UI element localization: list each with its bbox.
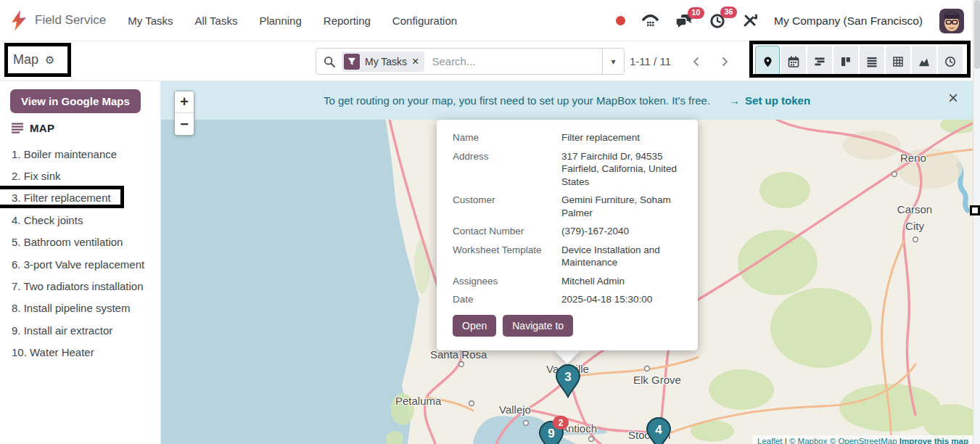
popup-field-value: Device Installation and Maintenance bbox=[561, 244, 682, 269]
task-item-7[interactable]: 7. Two radiators installation bbox=[12, 275, 144, 297]
city-label-petaluma: Petaluma bbox=[395, 395, 441, 407]
popup-field-label: Customer bbox=[453, 194, 561, 219]
map-marker-3[interactable]: 3 bbox=[553, 362, 582, 400]
activities-clock-icon[interactable]: 36 bbox=[709, 13, 725, 29]
map-attribution: Leaflet | © Mapbox © OpenStreetMap Impro… bbox=[753, 435, 973, 444]
city-label-vallejo: Vallejo bbox=[499, 403, 531, 416]
task-item-6[interactable]: 6. 3-port Valve replacement bbox=[12, 253, 144, 275]
view-switch-calendar[interactable] bbox=[781, 46, 806, 77]
popup-field-value: Mitchell Admin bbox=[561, 275, 682, 288]
filter-chip-my-tasks[interactable]: My Tasks × bbox=[342, 52, 424, 72]
map-marker-4[interactable]: 4 bbox=[644, 415, 673, 444]
view-switch-pivot[interactable] bbox=[886, 46, 910, 77]
improve-map-link[interactable]: Improve this map bbox=[899, 437, 968, 444]
zoom-out-button[interactable]: − bbox=[175, 113, 194, 135]
popup-field-value: 317 Fairchild Dr, 94535 Fairfield, Calif… bbox=[561, 150, 682, 189]
svg-text:4: 4 bbox=[655, 423, 662, 437]
page-title: Map bbox=[13, 52, 38, 67]
banner-close-icon[interactable]: × bbox=[948, 89, 958, 107]
popup-field-value: (379)-167-2040 bbox=[561, 225, 682, 238]
main-menu: My Tasks All Tasks Planning Reporting Co… bbox=[128, 15, 457, 27]
leaflet-link[interactable]: Leaflet bbox=[757, 437, 783, 444]
popup-field-value: 2025-04-18 15:30:00 bbox=[561, 293, 682, 306]
menu-reporting[interactable]: Reporting bbox=[324, 15, 371, 27]
task-item-10[interactable]: 10. Water Heater bbox=[12, 342, 144, 363]
view-switch-activity[interactable] bbox=[938, 46, 963, 77]
view-switch-list[interactable] bbox=[860, 46, 884, 77]
scrollbar-thumb[interactable] bbox=[974, 0, 980, 69]
popup-field-label: Contact Number bbox=[453, 225, 561, 238]
pager: 1-11 / 11 bbox=[630, 41, 736, 81]
field-service-app-icon[interactable] bbox=[10, 10, 28, 31]
view-switcher bbox=[755, 46, 963, 77]
map-zoom-control: + − bbox=[174, 91, 194, 136]
svg-text:3: 3 bbox=[564, 370, 571, 384]
menu-all-tasks[interactable]: All Tasks bbox=[195, 15, 238, 27]
map-canvas[interactable]: Santa Rosa Petaluma Vacaville Vallejo El… bbox=[161, 81, 973, 444]
navigate-to-button[interactable]: Navigate to bbox=[503, 315, 573, 337]
task-item-9[interactable]: 9. Install air extractor bbox=[12, 319, 144, 341]
arrow-right-icon: → bbox=[729, 94, 740, 107]
task-item-5[interactable]: 5. Bathroom ventilation bbox=[12, 231, 144, 253]
page-scrollbar[interactable] bbox=[973, 0, 980, 444]
list-icon bbox=[12, 123, 23, 133]
marker-9-count-badge: 2 bbox=[553, 416, 569, 429]
gear-icon[interactable]: ⚙ bbox=[45, 54, 54, 67]
zoom-in-button[interactable]: + bbox=[175, 91, 194, 113]
breadcrumb: Map ⚙ bbox=[13, 52, 54, 67]
search-input[interactable] bbox=[432, 55, 599, 67]
remove-filter-icon[interactable]: × bbox=[412, 56, 419, 67]
search-icon bbox=[324, 56, 335, 67]
popup-field-value: Gemini Furniture, Soham Palmer bbox=[561, 194, 682, 219]
app-name[interactable]: Field Service bbox=[35, 13, 106, 28]
user-avatar[interactable] bbox=[939, 9, 964, 33]
popup-field-label: Address bbox=[453, 150, 561, 189]
task-item-1[interactable]: 1. Boiler maintenance bbox=[12, 143, 144, 165]
set-up-token-link[interactable]: → Set up token bbox=[729, 94, 810, 107]
city-label-reno: Reno bbox=[900, 152, 926, 164]
menu-my-tasks[interactable]: My Tasks bbox=[128, 15, 173, 27]
pager-previous-button[interactable] bbox=[684, 49, 707, 75]
svg-text:9: 9 bbox=[548, 427, 554, 440]
menu-planning[interactable]: Planning bbox=[259, 15, 301, 27]
filter-funnel-icon bbox=[344, 54, 360, 70]
company-switcher[interactable]: My Company (San Francisco) bbox=[774, 15, 923, 28]
popup-field-value: Filter replacement bbox=[561, 131, 682, 144]
city-label-carson-city: Carson City bbox=[886, 202, 943, 234]
tools-icon[interactable] bbox=[742, 13, 757, 28]
view-switch-graph[interactable] bbox=[912, 46, 936, 77]
menu-configuration[interactable]: Configuration bbox=[392, 15, 457, 27]
activities-badge: 36 bbox=[720, 7, 737, 18]
systray: 10 36 My Company (San Francisco) bbox=[616, 0, 964, 41]
city-label-elk-grove: Elk Grove bbox=[633, 374, 681, 386]
search-bar[interactable]: My Tasks × ▾ bbox=[316, 48, 625, 75]
filter-chip-label: My Tasks bbox=[365, 56, 407, 67]
control-panel: Map ⚙ My Tasks × ▾ 1-11 / 11 bbox=[0, 41, 980, 81]
messages-icon[interactable]: 10 bbox=[675, 14, 693, 28]
task-item-4[interactable]: 4. Check joints bbox=[12, 209, 144, 231]
voip-phone-icon[interactable] bbox=[642, 14, 659, 28]
map-sidebar: View in Google Maps MAP 1. Boiler mainte… bbox=[0, 81, 161, 444]
view-in-google-maps-button[interactable]: View in Google Maps bbox=[10, 89, 141, 113]
task-item-2[interactable]: 2. Fix sink bbox=[12, 165, 144, 186]
view-switch-gantt[interactable] bbox=[807, 46, 832, 77]
popup-field-label: Name bbox=[453, 131, 561, 144]
banner-message: To get routing on your map, you first ne… bbox=[324, 94, 710, 107]
task-item-8[interactable]: 8. Install pipeline system bbox=[12, 297, 144, 319]
view-switch-kanban[interactable] bbox=[833, 46, 858, 77]
pager-range[interactable]: 1-11 / 11 bbox=[630, 55, 671, 67]
open-button[interactable]: Open bbox=[453, 315, 496, 337]
view-switch-map[interactable] bbox=[755, 46, 780, 77]
messages-badge: 10 bbox=[688, 7, 704, 19]
task-popup: NameFilter replacement Address317 Fairch… bbox=[437, 120, 698, 350]
map-section-header: MAP bbox=[12, 122, 54, 134]
popup-field-label: Assignees bbox=[453, 275, 561, 288]
recording-dot-icon bbox=[616, 16, 625, 25]
pager-next-button[interactable] bbox=[713, 49, 736, 75]
search-dropdown-toggle[interactable]: ▾ bbox=[602, 49, 624, 74]
task-list: 1. Boiler maintenance 2. Fix sink 3. Fil… bbox=[12, 143, 144, 363]
mapbox-token-banner: To get routing on your map, you first ne… bbox=[161, 81, 973, 120]
task-item-3[interactable]: 3. Filter replacement bbox=[12, 187, 144, 209]
mapbox-osm-links[interactable]: © Mapbox © OpenStreetMap bbox=[789, 437, 897, 444]
popup-field-label: Date bbox=[453, 293, 561, 306]
